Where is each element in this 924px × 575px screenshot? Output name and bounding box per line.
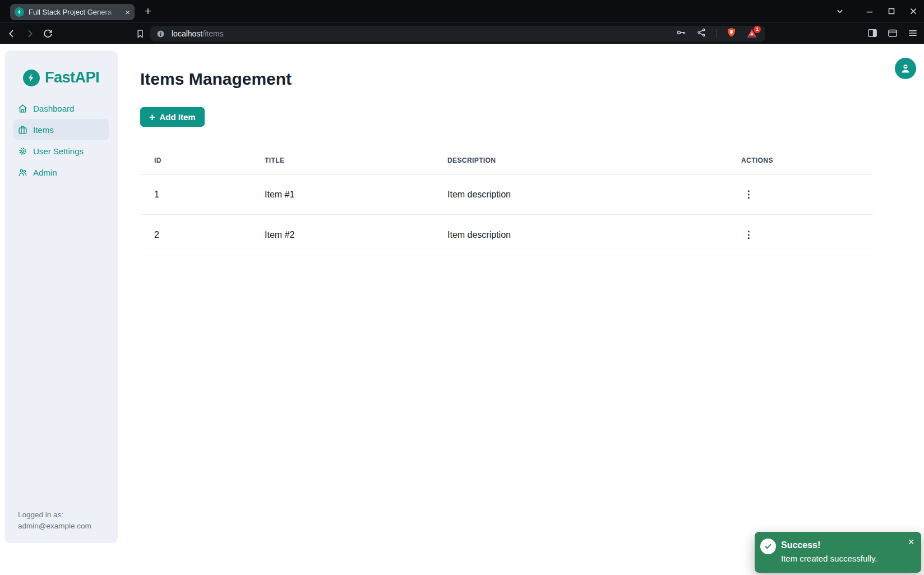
wallet-icon[interactable]: [887, 27, 898, 41]
toast-message: Item created successfully.: [781, 552, 877, 565]
site-info-icon[interactable]: [156, 29, 165, 39]
check-circle-icon: [760, 539, 776, 554]
success-toast: Success! Item created successfully. ✕: [755, 532, 921, 573]
app-sidebar: FastAPI Dashboard Items User Settings Ad…: [4, 50, 118, 543]
toast-title: Success!: [781, 538, 877, 552]
url-host: localhost: [172, 29, 202, 38]
logged-in-email: admin@example.com: [18, 521, 91, 532]
gear-icon: [18, 146, 27, 156]
sidebar-item-items[interactable]: Items: [13, 119, 109, 140]
add-item-button[interactable]: + Add Item: [140, 107, 205, 127]
url-bar[interactable]: localhost/items 1: [150, 26, 765, 42]
items-table: ID TITLE DESCRIPTION ACTIONS 1 Item #1 I…: [140, 147, 873, 255]
home-icon: [18, 104, 27, 113]
rewards-badge: 1: [754, 26, 761, 33]
browser-toolbar: localhost/items 1: [0, 22, 924, 44]
new-tab-button[interactable]: +: [141, 5, 155, 19]
window-controls: [825, 0, 921, 22]
minimize-button[interactable]: [862, 4, 877, 19]
logo-text: FastAPI: [45, 69, 99, 86]
column-header-description: DESCRIPTION: [433, 157, 727, 164]
row-actions-kebab-icon[interactable]: ⋮: [741, 187, 756, 202]
close-window-button[interactable]: [906, 4, 921, 19]
forward-button[interactable]: [24, 27, 36, 40]
cell-description: Item description: [433, 190, 727, 200]
cell-description: Item description: [433, 230, 727, 240]
reload-button[interactable]: [41, 27, 54, 40]
table-row: 1 Item #1 Item description ⋮: [140, 174, 873, 215]
menu-hamburger-icon[interactable]: [907, 27, 918, 41]
page-title: Items Management: [140, 70, 292, 89]
user-icon: [899, 62, 912, 75]
sidebar-panel-icon[interactable]: [867, 27, 878, 41]
share-icon[interactable]: [696, 27, 706, 40]
url-bar-icons: 1: [676, 27, 760, 40]
toolbar-right: [867, 27, 918, 41]
toast-body: Success! Item created successfully.: [781, 538, 877, 565]
logged-in-label: Logged in as:: [18, 509, 91, 521]
sidebar-item-label: User Settings: [33, 146, 84, 156]
fastapi-logo: FastAPI: [4, 50, 118, 86]
fastapi-favicon-lightning-icon: [15, 7, 24, 17]
user-avatar-button[interactable]: [895, 58, 916, 79]
cell-id: 2: [140, 230, 251, 240]
row-actions-kebab-icon[interactable]: ⋮: [741, 228, 756, 242]
brave-shield-icon[interactable]: [726, 27, 737, 40]
sidebar-item-user-settings[interactable]: User Settings: [13, 140, 109, 162]
sidebar-item-label: Items: [33, 125, 54, 135]
column-header-title: TITLE: [251, 157, 433, 164]
table-row: 2 Item #2 Item description ⋮: [140, 215, 873, 255]
url-text: localhost/items: [172, 29, 224, 38]
add-item-label: Add Item: [160, 112, 196, 122]
tab-title: Full Stack Project Genera: [29, 8, 121, 16]
bookmark-icon[interactable]: [134, 27, 146, 40]
browser-tab[interactable]: Full Stack Project Genera ×: [10, 4, 135, 20]
lightning-bolt-icon: [23, 70, 40, 86]
table-header-row: ID TITLE DESCRIPTION ACTIONS: [140, 147, 873, 174]
tab-search-chevron-icon[interactable]: [833, 4, 847, 19]
column-header-actions: ACTIONS: [727, 157, 873, 164]
toast-close-button[interactable]: ✕: [905, 536, 917, 548]
back-button[interactable]: [6, 27, 18, 40]
maximize-button[interactable]: [884, 4, 899, 19]
cell-title: Item #2: [251, 230, 433, 240]
cell-id: 1: [140, 190, 251, 200]
cell-title: Item #1: [251, 190, 433, 200]
briefcase-icon: [18, 125, 27, 135]
logged-in-info: Logged in as: admin@example.com: [18, 509, 91, 532]
url-path: /items: [202, 29, 223, 38]
browser-tab-bar: Full Stack Project Genera × +: [0, 0, 924, 22]
sidebar-item-label: Admin: [33, 168, 57, 177]
column-header-id: ID: [140, 157, 251, 164]
key-icon[interactable]: [676, 27, 687, 40]
sidebar-item-admin[interactable]: Admin: [13, 162, 109, 183]
users-icon: [18, 168, 27, 177]
sidebar-item-label: Dashboard: [33, 104, 74, 113]
sidebar-nav: Dashboard Items User Settings Admin: [4, 98, 118, 183]
tab-close-button[interactable]: ×: [125, 8, 130, 16]
sidebar-item-dashboard[interactable]: Dashboard: [13, 98, 109, 119]
brave-rewards-icon[interactable]: 1: [746, 28, 757, 39]
plus-icon: +: [149, 112, 155, 122]
divider: [716, 29, 717, 38]
screen: Full Stack Project Genera × +: [0, 0, 924, 575]
